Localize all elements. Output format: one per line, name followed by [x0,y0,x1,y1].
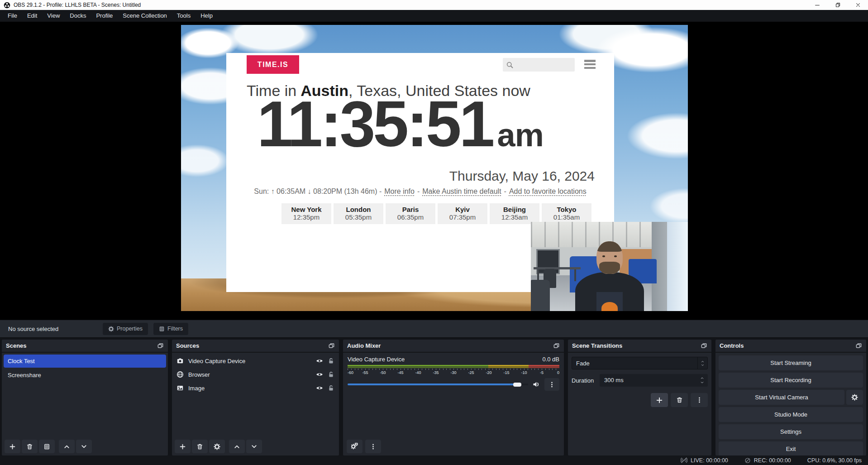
restore-button[interactable] [827,0,848,10]
exit-button[interactable]: Exit [719,441,863,456]
city-card: New York12:35pm [281,203,331,224]
tick-label: -35 [433,370,439,375]
chevron-down-icon [701,364,705,367]
start-streaming-button[interactable]: Start Streaming [719,355,863,370]
tick-label: -50 [380,370,386,375]
source-item-video-capture[interactable]: Video Capture Device [172,354,339,368]
duration-input[interactable]: 300 ms [600,374,708,387]
advanced-audio-button[interactable] [347,440,362,453]
settings-button[interactable]: Settings [719,424,863,439]
menu-scene-collection[interactable]: Scene Collection [118,10,172,22]
timeis-search-input [503,58,575,72]
source-label: Browser [188,371,311,378]
gear-icon [108,326,114,332]
timeis-date: Thursday, May 16, 2024 [449,168,595,184]
timeis-sun-line: Sun: ↑ 06:35AM ↓ 08:20PM (13h 46m) - Mor… [226,187,614,196]
audio-mixer-dock: Audio Mixer Video Capture Device 0.0 dB … [343,340,564,455]
mixer-db-value: 0.0 dB [542,356,559,363]
duration-label: Duration [572,377,600,384]
menu-help[interactable]: Help [196,10,218,22]
scene-item-screenshare[interactable]: Screenshare [4,369,166,382]
tick-label: -40 [415,370,421,375]
menu-view[interactable]: View [42,10,65,22]
chevron-down-icon[interactable] [700,381,705,384]
trash-icon [196,443,203,450]
transition-menu-button[interactable] [691,393,708,407]
filters-button[interactable]: Filters [153,323,188,335]
transition-select-spinner[interactable] [697,357,707,369]
unlock-icon[interactable] [328,385,334,392]
minimize-icon [814,2,820,8]
webcam-overlay [531,222,688,311]
mixer-menu-button[interactable] [365,440,381,453]
hamburger-icon [584,60,596,69]
close-button[interactable] [848,0,868,10]
city-card: Kyiv07:35pm [438,203,487,224]
popout-icon[interactable] [553,342,560,349]
person-torso [575,272,644,311]
eye-icon[interactable] [316,384,323,392]
plus-icon [9,443,16,450]
dots-icon [370,443,377,450]
volume-slider[interactable] [348,384,528,385]
virtual-camera-settings-button[interactable] [846,390,863,405]
plus-icon [179,443,186,450]
menu-profile[interactable]: Profile [91,10,118,22]
menu-tools[interactable]: Tools [172,10,196,22]
remove-transition-button[interactable] [671,393,688,407]
source-item-image[interactable]: Image [172,381,339,395]
properties-button[interactable]: Properties [103,323,148,335]
status-bar: LIVE: 00:00:00 REC: 00:00:00 CPU: 0.6%, … [0,455,868,465]
menu-edit[interactable]: Edit [22,10,42,22]
add-transition-button[interactable] [651,393,668,407]
eye-icon[interactable] [316,371,323,378]
city-time: 12:35am [490,213,539,221]
remove-scene-button[interactable] [22,440,38,453]
chevron-up-icon[interactable] [700,376,705,380]
source-toolbar: No source selected Properties Filters [0,320,868,338]
unlock-icon[interactable] [328,371,334,378]
eye-icon[interactable] [316,357,323,364]
add-source-button[interactable] [175,440,191,453]
source-item-browser[interactable]: Browser [172,368,339,381]
cpu-fps-status: CPU: 0.6%, 30.00 fps [807,457,862,464]
program-canvas[interactable]: TIME.IS Time inAustin, Texas, United Sta… [181,25,688,311]
scene-up-button[interactable] [59,440,75,453]
tick-label: -10 [521,370,527,375]
source-up-button[interactable] [229,440,245,453]
transition-select[interactable]: Fade [572,357,708,369]
city-time: 01:35am [542,213,591,221]
tick-label: -20 [486,370,491,375]
duration-value: 300 ms [600,377,624,384]
scene-filters-button[interactable] [39,440,55,453]
gear-icon [851,394,858,401]
source-properties-button[interactable] [209,440,225,453]
timeis-clock: 11:35:51 am [257,92,544,156]
start-virtual-camera-button[interactable]: Start Virtual Camera [719,390,844,405]
menu-docks[interactable]: Docks [65,10,91,22]
popout-icon[interactable] [328,342,335,349]
source-label: Video Capture Device [188,358,311,364]
menu-file[interactable]: File [3,10,22,22]
studio-mode-button[interactable]: Studio Mode [719,407,863,422]
remove-source-button[interactable] [192,440,208,453]
rec-timer: REC: 00:00:00 [754,457,791,464]
mixer-channel-menu-button[interactable] [544,378,559,391]
scene-item-clock-test[interactable]: Clock Test [4,355,166,368]
popout-icon[interactable] [855,342,862,349]
audio-mixer-title: Audio Mixer [347,342,381,349]
popout-icon[interactable] [157,342,164,349]
filter-icon [159,326,165,332]
start-recording-button[interactable]: Start Recording [719,373,863,388]
minimize-button[interactable] [807,0,827,10]
speaker-icon[interactable] [532,380,540,388]
source-down-button[interactable] [246,440,262,453]
volume-slider-handle[interactable] [513,383,521,387]
popout-icon[interactable] [701,342,707,349]
add-scene-button[interactable] [5,440,20,453]
sources-title: Sources [176,342,199,349]
unlock-icon[interactable] [328,358,334,364]
scene-down-button[interactable] [76,440,92,453]
city-time: 06:35pm [386,213,435,221]
plus-icon [656,397,663,404]
